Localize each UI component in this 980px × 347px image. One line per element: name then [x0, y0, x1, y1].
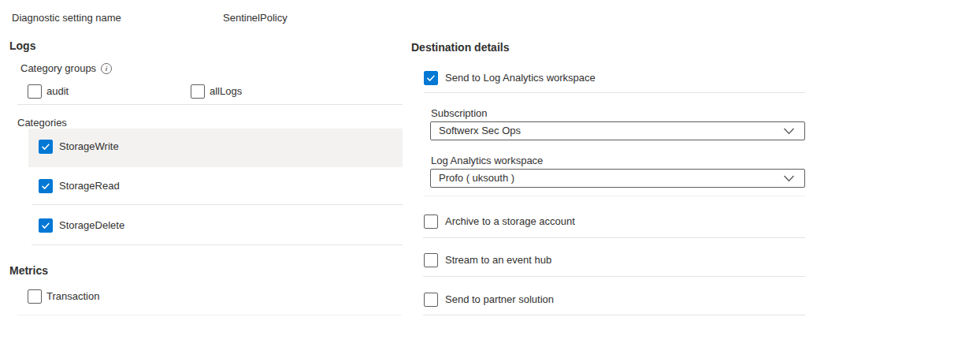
checkbox-send-partner-label: Send to partner solution [445, 293, 554, 307]
diagnostic-settings-panel: Diagnostic setting name SentinelPolicy L… [0, 0, 980, 347]
checkbox-transaction[interactable] [28, 289, 42, 304]
checkbox-send-partner[interactable] [424, 293, 438, 307]
checkbox-storagedelete-label: StorageDelete [59, 218, 124, 233]
checkbox-storageread[interactable] [39, 179, 53, 193]
log-analytics-workspace-label: Log Analytics workspace [431, 154, 543, 168]
chevron-down-icon [783, 128, 795, 135]
checkbox-storagewrite[interactable] [39, 140, 53, 154]
checkbox-row-storagewrite[interactable]: StorageWrite [39, 140, 119, 154]
checkbox-row-storageread[interactable]: StorageRead [39, 179, 120, 193]
checkmark-icon [426, 73, 436, 83]
checkbox-alllogs[interactable] [191, 84, 205, 99]
divider [32, 204, 403, 205]
checkbox-row-storagedelete[interactable]: StorageDelete [39, 218, 124, 233]
checkbox-row-stream-event-hub[interactable]: Stream to an event hub [424, 253, 551, 267]
category-groups-label-row: Category groups i [20, 62, 112, 76]
checkbox-row-send-log-analytics[interactable]: Send to Log Analytics workspace [424, 71, 596, 85]
checkbox-transaction-label: Transaction [46, 289, 99, 304]
checkbox-send-log-analytics[interactable] [424, 71, 438, 85]
checkbox-alllogs-label: allLogs [210, 84, 242, 99]
checkbox-audit[interactable] [28, 84, 42, 99]
category-groups-label: Category groups [20, 62, 96, 76]
log-analytics-workspace-dropdown-value: Profo ( uksouth ) [439, 172, 514, 185]
divider [423, 276, 805, 277]
destination-details-heading: Destination details [411, 40, 509, 54]
checkbox-row-archive-storage[interactable]: Archive to a storage account [424, 215, 575, 229]
subscription-label: Subscription [431, 106, 488, 121]
checkmark-icon [41, 221, 50, 230]
checkbox-storagedelete[interactable] [39, 218, 53, 233]
diagnostic-setting-name-label: Diagnostic setting name [12, 11, 121, 25]
checkbox-row-send-partner[interactable]: Send to partner solution [424, 293, 554, 307]
diagnostic-setting-name-value: SentinelPolicy [223, 11, 288, 25]
chevron-down-icon [783, 175, 795, 182]
info-icon[interactable]: i [101, 63, 112, 74]
subscription-dropdown-value: Softwerx Sec Ops [439, 125, 521, 137]
checkbox-archive-storage-label: Archive to a storage account [445, 215, 575, 229]
checkbox-row-transaction[interactable]: Transaction [28, 289, 99, 304]
checkbox-row-alllogs[interactable]: allLogs [191, 84, 242, 99]
log-analytics-workspace-dropdown[interactable]: Profo ( uksouth ) [430, 169, 805, 188]
divider [424, 92, 805, 93]
checkbox-audit-label: audit [46, 84, 69, 99]
checkbox-stream-event-hub-label: Stream to an event hub [445, 253, 551, 267]
divider [423, 237, 805, 238]
divider [423, 315, 805, 315]
checkbox-stream-event-hub[interactable] [424, 253, 438, 267]
checkmark-icon [41, 142, 50, 151]
divider [424, 196, 805, 196]
checkbox-row-audit[interactable]: audit [28, 84, 69, 99]
checkbox-send-log-analytics-label: Send to Log Analytics workspace [445, 71, 596, 85]
checkmark-icon [41, 181, 50, 191]
divider [32, 244, 403, 245]
divider [17, 104, 403, 105]
logs-heading: Logs [9, 39, 35, 53]
metrics-heading: Metrics [9, 263, 48, 278]
checkbox-archive-storage[interactable] [424, 215, 438, 229]
checkbox-storagewrite-label: StorageWrite [59, 140, 119, 154]
divider [17, 315, 402, 315]
checkbox-storageread-label: StorageRead [59, 179, 120, 193]
subscription-dropdown[interactable]: Softwerx Sec Ops [430, 121, 805, 140]
